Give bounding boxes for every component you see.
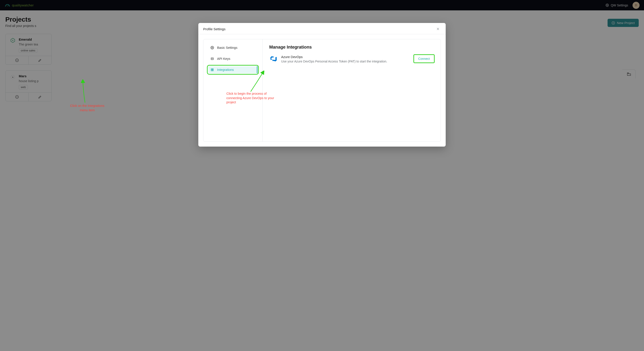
- connect-highlight: Connect: [414, 55, 434, 62]
- svg-rect-21: [212, 69, 214, 70]
- connect-button[interactable]: Connect: [414, 55, 434, 62]
- close-icon[interactable]: [436, 27, 440, 31]
- sidebar-item-basic-settings[interactable]: Basic Settings: [208, 44, 258, 51]
- sidebar-item-label: Basic Settings: [217, 46, 238, 49]
- svg-rect-23: [212, 70, 214, 71]
- main-heading: Manage Integrations: [269, 44, 434, 50]
- azure-devops-icon: [269, 55, 277, 63]
- svg-rect-20: [211, 69, 212, 70]
- sidebar-item-label: Integrations: [217, 68, 234, 71]
- settings-main-pane: Manage Integrations Azure DevOps Use you…: [262, 39, 440, 112]
- grid-icon: [210, 68, 214, 71]
- modal-header: Profile Settings: [198, 23, 446, 34]
- svg-point-15: [212, 47, 213, 48]
- gear-icon: [210, 46, 214, 49]
- integration-name: Azure DevOps: [281, 55, 410, 59]
- sidebar-item-label: API Keys: [217, 57, 230, 60]
- sidebar-item-api-keys[interactable]: API Keys: [208, 55, 258, 62]
- integration-desc: Use your Azure DevOps Personal Access To…: [281, 60, 410, 63]
- integration-row-azure-devops: Azure DevOps Use your Azure DevOps Perso…: [269, 55, 434, 63]
- modal-title: Profile Settings: [203, 27, 226, 31]
- connect-label: Connect: [418, 57, 430, 60]
- svg-rect-22: [211, 70, 212, 71]
- annotation-right: Click to begin the process of connecting…: [226, 92, 276, 105]
- key-icon: [210, 57, 214, 60]
- annotation-left: Click on the Integrations menu item: [68, 104, 106, 112]
- sidebar-item-integrations[interactable]: Integrations: [208, 66, 258, 73]
